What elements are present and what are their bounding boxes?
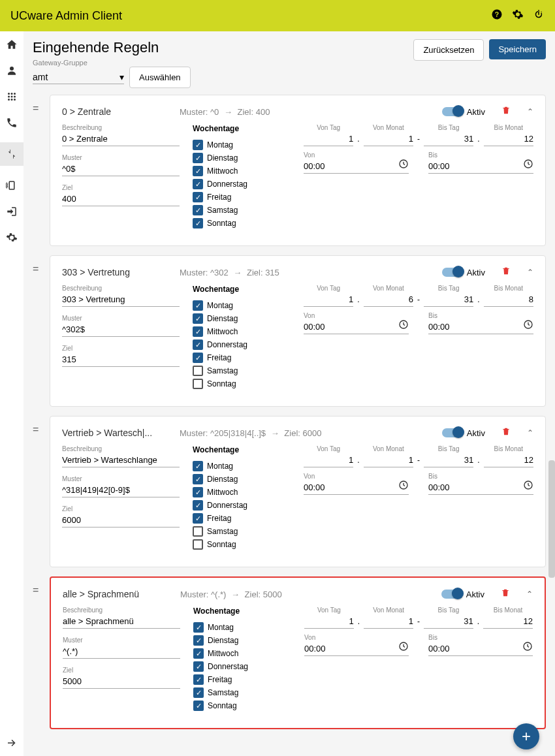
to_day-input[interactable] <box>424 454 473 467</box>
weekday-checkbox[interactable]: ✓ <box>193 461 203 471</box>
clock-icon[interactable] <box>398 159 409 171</box>
save-button[interactable]: Speichern <box>489 39 546 59</box>
to-time-input[interactable] <box>428 642 533 656</box>
chevron-up-icon[interactable]: ⌃ <box>527 107 533 116</box>
login-icon[interactable] <box>5 205 18 218</box>
drag-handle-icon[interactable]: = <box>33 416 44 435</box>
weekday-checkbox[interactable]: ✓ <box>193 487 203 497</box>
settings-icon[interactable] <box>5 231 18 244</box>
drag-handle-icon[interactable]: = <box>33 576 44 596</box>
drag-handle-icon[interactable]: = <box>33 95 44 114</box>
weekday-checkbox[interactable]: ✓ <box>193 166 203 176</box>
to-time-input[interactable] <box>428 481 533 495</box>
from-time-input[interactable] <box>304 321 409 334</box>
trash-icon[interactable] <box>501 106 511 118</box>
to_month-input[interactable] <box>483 615 533 629</box>
trash-icon[interactable] <box>501 266 511 278</box>
weekday-checkbox[interactable]: ✓ <box>193 153 203 163</box>
to_month-input[interactable] <box>484 293 533 307</box>
clock-icon[interactable] <box>523 480 533 492</box>
from_day-input[interactable] <box>304 133 353 146</box>
weekday-checkbox[interactable]: ✓ <box>193 500 203 511</box>
from_month-input[interactable] <box>364 293 413 307</box>
dialpad-icon[interactable] <box>5 90 18 103</box>
weekday-checkbox[interactable]: ✓ <box>193 648 204 659</box>
weekday-checkbox[interactable]: ✓ <box>193 218 203 228</box>
from_month-input[interactable] <box>364 133 413 146</box>
to_day-input[interactable] <box>424 615 473 629</box>
to_month-input[interactable] <box>484 454 533 467</box>
description-field[interactable] <box>62 133 180 146</box>
clock-icon[interactable] <box>523 159 533 171</box>
to-time-input[interactable] <box>428 321 533 334</box>
clock-icon[interactable] <box>523 319 533 332</box>
active-toggle[interactable] <box>442 107 463 116</box>
weekday-checkbox[interactable]: ✓ <box>193 205 203 215</box>
routing-icon[interactable] <box>0 142 24 166</box>
weekday-checkbox[interactable]: ✓ <box>193 339 203 350</box>
weekday-checkbox[interactable]: ✓ <box>193 353 203 363</box>
clock-icon[interactable] <box>398 480 409 492</box>
weekday-checkbox[interactable]: ✓ <box>193 192 203 202</box>
to_day-input[interactable] <box>424 133 473 146</box>
from_day-input[interactable] <box>304 293 353 307</box>
weekday-checkbox[interactable]: ✓ <box>193 300 203 311</box>
group-dropdown[interactable]: amt ▾ <box>33 71 124 84</box>
clock-icon[interactable] <box>522 641 533 654</box>
pattern-field[interactable] <box>62 323 180 337</box>
power-icon[interactable] <box>533 8 545 24</box>
active-toggle[interactable] <box>442 268 463 277</box>
trash-icon[interactable] <box>501 588 510 600</box>
call-settings-icon[interactable] <box>5 116 18 129</box>
weekday-checkbox[interactable]: ✓ <box>193 635 204 646</box>
pattern-field[interactable] <box>62 484 180 497</box>
chevron-up-icon[interactable]: ⌃ <box>527 268 533 277</box>
weekday-checkbox[interactable] <box>193 526 203 537</box>
weekday-checkbox[interactable]: ✓ <box>193 661 204 672</box>
reset-button[interactable]: Zurücksetzen <box>413 39 484 61</box>
chevron-up-icon[interactable]: ⌃ <box>527 428 533 437</box>
to_month-input[interactable] <box>484 133 533 146</box>
user-icon[interactable] <box>5 64 18 77</box>
gear-icon[interactable] <box>512 8 524 24</box>
description-field[interactable] <box>62 454 180 467</box>
scrollbar[interactable] <box>548 460 555 578</box>
weekday-checkbox[interactable]: ✓ <box>193 513 203 524</box>
pattern-field[interactable] <box>62 163 180 176</box>
active-toggle[interactable] <box>441 590 462 599</box>
from-time-input[interactable] <box>304 481 409 495</box>
description-field[interactable] <box>63 615 180 629</box>
from_month-input[interactable] <box>364 454 413 467</box>
target-field[interactable] <box>62 193 180 206</box>
weekday-checkbox[interactable]: ✓ <box>193 687 204 698</box>
device-icon[interactable] <box>5 179 18 192</box>
weekday-checkbox[interactable]: ✓ <box>193 326 203 337</box>
weekday-checkbox[interactable] <box>193 366 203 376</box>
weekday-checkbox[interactable]: ✓ <box>193 622 204 633</box>
from_month-input[interactable] <box>364 615 413 629</box>
weekday-checkbox[interactable]: ✓ <box>193 701 204 711</box>
weekday-checkbox[interactable]: ✓ <box>193 474 203 484</box>
weekday-checkbox[interactable]: ✓ <box>193 313 203 324</box>
chevron-up-icon[interactable]: ⌃ <box>526 590 533 599</box>
weekday-checkbox[interactable] <box>193 379 203 389</box>
weekday-checkbox[interactable]: ✓ <box>193 674 204 685</box>
help-icon[interactable]: ? <box>491 8 503 24</box>
from-time-input[interactable] <box>304 642 409 656</box>
clock-icon[interactable] <box>398 641 409 654</box>
weekday-checkbox[interactable] <box>193 539 203 550</box>
expand-icon[interactable] <box>5 736 18 749</box>
target-field[interactable] <box>62 353 180 367</box>
home-icon[interactable] <box>5 38 18 51</box>
active-toggle[interactable] <box>442 428 463 437</box>
to_day-input[interactable] <box>424 293 473 307</box>
from-time-input[interactable] <box>304 160 409 174</box>
select-button[interactable]: Auswählen <box>129 67 191 88</box>
add-fab[interactable]: + <box>513 723 539 749</box>
from_day-input[interactable] <box>304 615 354 629</box>
weekday-checkbox[interactable]: ✓ <box>193 179 203 189</box>
target-field[interactable] <box>63 675 180 689</box>
target-field[interactable] <box>62 514 180 528</box>
clock-icon[interactable] <box>398 319 409 332</box>
weekday-checkbox[interactable]: ✓ <box>193 140 203 150</box>
